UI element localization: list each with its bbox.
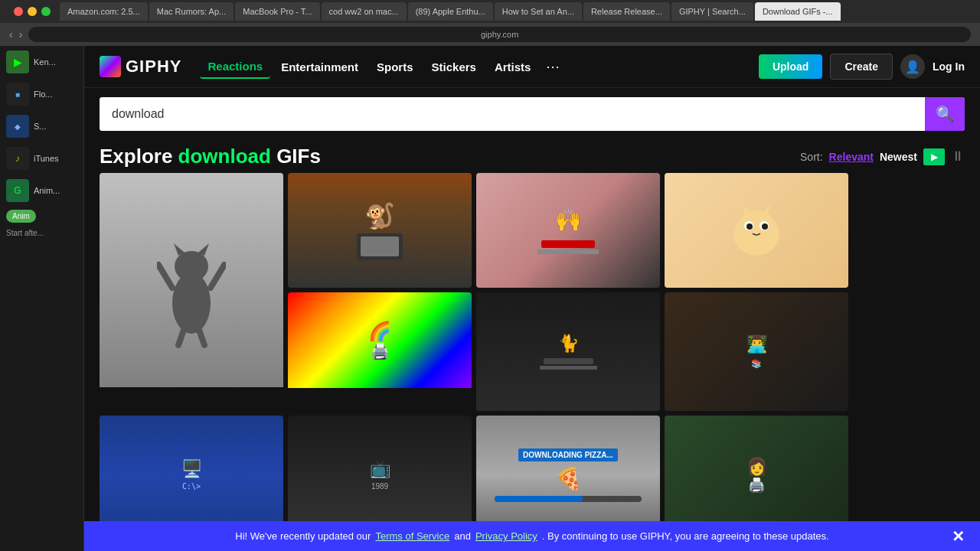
tos-link[interactable]: Terms of Service <box>375 530 449 542</box>
gif-item-monkey-computer[interactable]: 🐒 <box>288 173 472 288</box>
svg-point-13 <box>762 223 768 230</box>
gif-item-woman-printer[interactable]: 👩 🖨️ <box>665 416 848 534</box>
svg-point-12 <box>746 223 753 230</box>
sidebar-item-1[interactable]: ▶ Ken... <box>0 46 83 78</box>
sidebar-item-anim[interactable]: G Anim... <box>0 174 83 207</box>
login-button[interactable]: Log In <box>933 60 965 73</box>
pause-button[interactable]: ⏸ <box>951 148 965 165</box>
cookie-text-middle: and <box>454 530 471 542</box>
film-computer-emoji: 📺 <box>370 459 390 479</box>
browser-tab-active[interactable]: Download GIFs -... <box>755 2 841 21</box>
more-nav-button[interactable]: ⋯ <box>541 55 564 78</box>
address-bar[interactable]: giphy.com <box>28 27 971 42</box>
user-avatar-icon: 👤 <box>905 60 920 74</box>
sidebar-item-2[interactable]: ■ Flo... <box>0 78 83 110</box>
browser-tab-8[interactable]: GIPHY | Search... <box>671 2 753 21</box>
minimize-window-button[interactable] <box>28 7 37 16</box>
svg-point-9 <box>738 210 775 244</box>
browser-tab-2[interactable]: Mac Rumors: Ap... <box>149 2 234 21</box>
address-text: giphy.com <box>481 30 518 39</box>
svg-line-4 <box>158 265 172 288</box>
gif-item-cat-laptop[interactable]: 🐈 <box>476 292 660 411</box>
svg-line-5 <box>211 265 224 288</box>
gif-item-rainbow[interactable]: 🌈 🖨️ <box>288 292 472 411</box>
sidebar-item-itunes[interactable]: ♪ iTunes <box>0 142 83 174</box>
gif-grid: 🐒 🙌 <box>84 173 980 534</box>
sort-label: Sort: <box>800 151 823 163</box>
play-button[interactable]: ▶ <box>923 148 945 165</box>
window-controls <box>6 7 58 16</box>
giphy-logo-text: GIPHY <box>126 57 181 77</box>
man-label: 📚 <box>751 359 762 369</box>
close-window-button[interactable] <box>14 7 23 16</box>
forward-button[interactable]: › <box>19 28 23 41</box>
explore-section: Explore download GIFs Sort: Relevant New… <box>84 137 980 173</box>
nav-reactions[interactable]: Reactions <box>200 55 270 79</box>
maximize-window-button[interactable] <box>41 7 51 16</box>
browser-chrome: Amazon.com: 2.5... Mac Rumors: Ap... Mac… <box>0 0 980 46</box>
search-button[interactable]: 🔍 <box>925 97 965 131</box>
browser-tab-1[interactable]: Amazon.com: 2.5... <box>60 2 148 21</box>
giphy-logo[interactable]: GIPHY <box>100 56 181 77</box>
gif-item-downloading-pizza[interactable]: DOWNLOADING PIZZA... 🍕 <box>476 416 660 534</box>
search-input[interactable] <box>100 97 925 131</box>
privacy-link[interactable]: Privacy Policy <box>475 530 537 542</box>
film-label: 1989 <box>371 482 388 491</box>
gif-item-cat-dance[interactable] <box>100 173 283 411</box>
svg-marker-15 <box>761 204 772 215</box>
screen-text: C:\> <box>182 482 201 491</box>
cookie-banner: Hi! We've recently updated our Terms of … <box>84 521 980 551</box>
sidebar-thumb-3: ◆ <box>6 115 29 138</box>
nav-entertainment[interactable]: Entertainment <box>273 56 366 78</box>
gif-item-blue-screen[interactable]: 🖥️ C:\> <box>100 416 283 534</box>
sidebar-thumb-anim: G <box>6 179 29 202</box>
nav-artists[interactable]: Artists <box>487 56 539 78</box>
browser-tab-7[interactable]: Release Release... <box>583 2 670 21</box>
gif-item-person-laptop[interactable]: 🙌 <box>476 173 660 288</box>
cookie-close-button[interactable]: ✕ <box>952 527 965 546</box>
browser-tab-3[interactable]: MacBook Pro - T... <box>235 2 319 21</box>
explore-highlight: download <box>178 145 271 168</box>
explore-suffix: GIFs <box>271 145 321 168</box>
address-bar-row: ‹ › giphy.com <box>0 23 980 46</box>
sidebar-label-anim: Anim... <box>34 186 60 195</box>
giphy-logo-icon <box>100 56 121 77</box>
search-section: 🔍 <box>84 88 980 137</box>
computer-shape <box>357 233 403 260</box>
sort-relevant[interactable]: Relevant <box>829 151 874 163</box>
sidebar-item-3[interactable]: ◆ S... <box>0 110 83 142</box>
old-computer-emoji: 🖥️ <box>181 459 202 479</box>
sidebar-label-1: Ken... <box>34 57 56 67</box>
browser-tab-6[interactable]: How to Set an An... <box>495 2 582 21</box>
browser-tab-4[interactable]: cod ww2 on mac... <box>322 2 407 21</box>
main-content: GIPHY Reactions Entertainment Sports Sti… <box>84 46 980 551</box>
gif-item-old-computer-film[interactable]: 📺 1989 <box>288 416 472 534</box>
cookie-text-prefix: Hi! We've recently updated our <box>235 530 371 542</box>
create-button[interactable]: Create <box>830 54 893 80</box>
sidebar-thumb-2: ■ <box>6 83 29 106</box>
back-button[interactable]: ‹ <box>9 28 13 41</box>
nav-stickers[interactable]: Stickers <box>424 56 484 78</box>
laptop-shape <box>541 240 595 248</box>
user-icon[interactable]: 👤 <box>900 54 925 79</box>
cookie-text-suffix: . By continuing to use GIPHY, you are ag… <box>542 530 829 542</box>
sort-newest[interactable]: Newest <box>880 151 917 163</box>
nav-sports[interactable]: Sports <box>369 56 421 78</box>
gif-item-man-computer[interactable]: 👨‍💻 📚 <box>665 292 848 411</box>
sidebar-label-3: S... <box>34 122 47 131</box>
download-progress-text: DOWNLOADING PIZZA... <box>518 448 618 461</box>
gif-item-cartoon-cat[interactable] <box>665 173 848 288</box>
sidebar-label-itunes: iTunes <box>34 154 59 163</box>
sidebar-label-2: Flo... <box>34 90 52 99</box>
explore-prefix: Explore <box>100 145 178 168</box>
sort-section: Sort: Relevant Newest ▶ ⏸ <box>800 148 965 165</box>
rainbow-emoji: 🌈 <box>368 321 391 342</box>
search-icon: 🔍 <box>936 105 955 123</box>
browser-tab-5[interactable]: (89) Apple Enthu... <box>408 2 493 21</box>
sidebar-start-label: Start afte... <box>0 226 83 240</box>
man-emoji: 👨‍💻 <box>746 334 767 354</box>
upload-button[interactable]: Upload <box>759 54 822 79</box>
laptop-keyboard <box>540 366 597 370</box>
sidebar-anim-button[interactable]: Anim <box>6 210 36 223</box>
search-container: 🔍 <box>100 97 965 131</box>
